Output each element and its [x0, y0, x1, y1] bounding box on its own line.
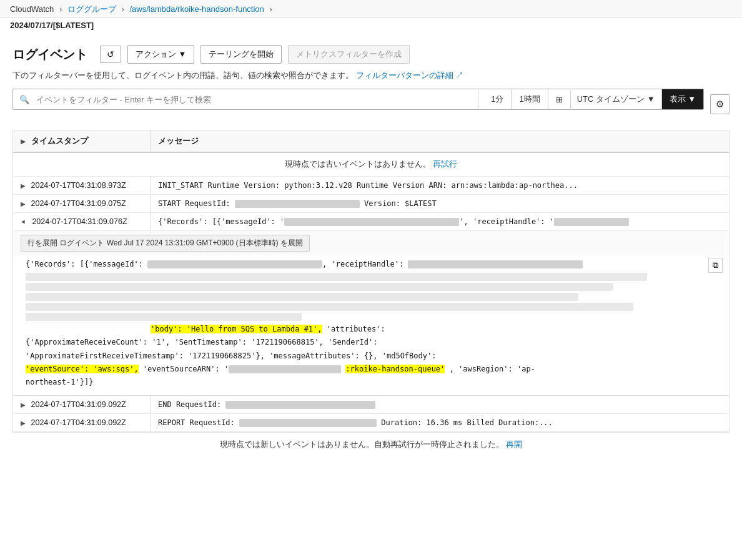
- metric-filter-button: メトリクスフィルターを作成: [288, 45, 410, 64]
- retry-link[interactable]: 再試行: [433, 160, 457, 169]
- expand-arrow-3[interactable]: ▼: [20, 219, 27, 225]
- settings-button[interactable]: ⚙: [710, 94, 730, 114]
- highlight-body-text: 'body': 'Hello from SQS to Lambda #1',: [151, 325, 322, 333]
- log-line-first-text: 'ApproximateFirstReceiveTimestamp': '172…: [26, 351, 436, 360]
- gray-line-3: [26, 293, 578, 301]
- log-line-region2-text: northeast-1'}]}: [26, 378, 93, 386]
- timestamp-cell: ▶ 2024-07-17T04:31:09.092Z: [13, 396, 151, 414]
- table-row: ▼ 2024-07-17T04:31:09.076Z {'Records': […: [13, 213, 730, 231]
- expand-banner-text: 行を展開 ログイベント Wed Jul 17 2024 13:31:09 GMT…: [21, 235, 310, 252]
- actions-button[interactable]: アクション ▼: [127, 45, 194, 64]
- tailing-button[interactable]: テーリングを開始: [200, 45, 282, 64]
- log-line-source-arn: 'eventSourceARN': ': [143, 365, 341, 373]
- timestamp-value: 2024-07-17T04:31:08.973Z: [31, 181, 126, 190]
- highlight-queue-text: :rkoike-handson-queue': [345, 365, 445, 373]
- message-text: INIT_START Runtime Version: python:3.12.…: [158, 181, 578, 190]
- message-cell: END RequestId:: [151, 396, 730, 414]
- message-text: REPORT RequestId: Duration: 16.36 ms Bil…: [158, 418, 553, 427]
- timestamp-cell: ▶ 2024-07-17T04:31:09.075Z: [13, 195, 151, 213]
- display-button[interactable]: 表示 ▼: [662, 89, 703, 109]
- filter-bar: 🔍 1分 1時間 ⊞ UTC タイムゾーン ▼ 表示 ▼: [12, 89, 704, 110]
- message-cell: REPORT RequestId: Duration: 16.36 ms Bil…: [151, 414, 730, 432]
- message-cell: INIT_START Runtime Version: python:3.12.…: [151, 177, 730, 195]
- redacted-1: [147, 260, 322, 268]
- message-cell: {'Records': [{'messageId': '', 'receiptH…: [151, 213, 730, 231]
- log-line: {'Records': [{'messageId': , 'receiptHan…: [26, 258, 716, 271]
- timestamp-cell: ▶ 2024-07-17T04:31:09.092Z: [13, 414, 151, 432]
- gray-line-2: [26, 283, 613, 291]
- time-1hour[interactable]: 1時間: [512, 89, 548, 109]
- timestamp-value: 2024-07-17T04:31:09.092Z: [31, 418, 126, 427]
- no-events-top-row: 現時点では古いイベントはありません。 再試行: [13, 152, 730, 177]
- calendar-icon[interactable]: ⊞: [548, 91, 571, 109]
- timestamp-cell: ▼ 2024-07-17T04:31:09.076Z: [13, 213, 151, 231]
- col-header-message: メッセージ: [151, 130, 730, 153]
- time-1min[interactable]: 1分: [483, 89, 512, 109]
- no-events-top-text: 現時点では古いイベントはありません。: [285, 160, 431, 169]
- expanded-log-cell: 行を展開 ログイベント Wed Jul 17 2024 13:31:09 GMT…: [13, 231, 730, 396]
- filter-search-area: 🔍: [13, 91, 478, 109]
- log-line-attr: 'attributes':: [327, 325, 385, 333]
- no-events-bottom: 現時点では新しいイベントはありません。自動再試行が一時停止されました。 再開: [12, 432, 730, 456]
- header-row: ログイベント ↺ アクション ▼ テーリングを開始 メトリクスフィルターを作成: [12, 45, 730, 64]
- col-header-timestamp: ▶ タイムスタンプ: [13, 130, 151, 153]
- timestamp-value: 2024-07-17T04:31:09.092Z: [31, 400, 126, 409]
- filter-input[interactable]: [33, 91, 472, 109]
- no-events-top-cell: 現時点では古いイベントはありません。 再試行: [13, 152, 730, 177]
- expand-content: ⧉ {'Records': [{'messageId': , 'receiptH…: [13, 255, 729, 395]
- breadcrumb: CloudWatch › ロググループ › /aws/lambda/rkoike…: [0, 0, 742, 18]
- description-text: 下のフィルターバーを使用して、ログイベント内の用語、語句、値の検索や照合ができま…: [12, 71, 354, 80]
- breadcrumb-sep2: ›: [122, 4, 127, 14]
- log-line-text2: , 'receiptHandle':: [322, 260, 408, 268]
- log-line-source: 'eventSource': 'aws:sqs', 'eventSourceAR…: [26, 363, 716, 376]
- breadcrumb-sep3: ›: [269, 4, 272, 14]
- breadcrumb-loggroups-link[interactable]: ロググループ: [67, 4, 116, 14]
- message-text: START RequestId: Version: $LATEST: [158, 199, 437, 208]
- breadcrumb-loggroup-path-link[interactable]: /aws/lambda/rkoike-handson-function: [129, 4, 264, 14]
- log-line-approx: {'ApproximateReceiveCount': '1', 'SentTi…: [26, 336, 716, 349]
- log-line-text: {'Records': [{'messageId':: [26, 260, 147, 268]
- log-line-region: , 'awsRegion': 'ap-: [450, 365, 535, 373]
- timestamp-cell: ▶ 2024-07-17T04:31:08.973Z: [13, 177, 151, 195]
- gray-line-4: [26, 303, 633, 311]
- timezone-dropdown[interactable]: UTC タイムゾーン ▼: [571, 89, 662, 109]
- gray-line-5: [26, 313, 302, 321]
- redacted-2: [408, 260, 583, 268]
- expand-arrow-2[interactable]: ▶: [21, 200, 26, 207]
- search-icon: 🔍: [19, 95, 29, 104]
- log-line-highlight1: 'body': 'Hello from SQS to Lambda #1', '…: [26, 323, 716, 336]
- log-line-approx-text: {'ApproximateReceiveCount': '1', 'SentTi…: [26, 338, 378, 346]
- log-table: ▶ タイムスタンプ メッセージ 現時点では古いイベントはありません。 再試行 ▶…: [12, 130, 730, 432]
- refresh-button[interactable]: ↺: [100, 46, 121, 63]
- filter-pattern-link[interactable]: フィルターパターンの詳細 ↗: [356, 71, 464, 80]
- log-stream-label: 2024/07/17/[$LATEST]: [0, 18, 742, 35]
- message-text: {'Records': [{'messageId': '', 'receiptH…: [158, 217, 629, 226]
- page-title: ログイベント: [12, 46, 87, 63]
- message-text: END RequestId:: [158, 400, 375, 409]
- table-row: ▶ 2024-07-17T04:31:09.092Z REPORT Reques…: [13, 414, 730, 432]
- expand-arrow-5[interactable]: ▶: [21, 420, 26, 426]
- gray-line-1: [26, 273, 647, 281]
- expand-arrow-1[interactable]: ▶: [21, 182, 26, 189]
- expand-banner: 行を展開 ログイベント Wed Jul 17 2024 13:31:09 GMT…: [13, 231, 729, 255]
- expanded-log-row: 行を展開 ログイベント Wed Jul 17 2024 13:31:09 GMT…: [13, 231, 730, 396]
- no-events-bottom-text: 現時点では新しいイベントはありません。自動再試行が一時停止されました。: [220, 440, 504, 449]
- log-line-region2: northeast-1'}]}: [26, 376, 716, 389]
- expand-all-arrow[interactable]: ▶: [21, 138, 26, 145]
- breadcrumb-cloudwatch: CloudWatch: [10, 4, 54, 14]
- message-cell: START RequestId: Version: $LATEST: [151, 195, 730, 213]
- table-row: ▶ 2024-07-17T04:31:09.092Z END RequestId…: [13, 396, 730, 414]
- breadcrumb-sep1: ›: [59, 4, 64, 14]
- highlight-source-text: 'eventSource': 'aws:sqs',: [26, 365, 139, 373]
- description: 下のフィルターバーを使用して、ログイベント内の用語、語句、値の検索や照合ができま…: [12, 70, 730, 81]
- timestamp-value: 2024-07-17T04:31:09.075Z: [31, 199, 126, 208]
- copy-button[interactable]: ⧉: [708, 258, 723, 273]
- resume-link[interactable]: 再開: [506, 440, 522, 449]
- log-line-first: 'ApproximateFirstReceiveTimestamp': '172…: [26, 350, 716, 363]
- table-row: ▶ 2024-07-17T04:31:09.075Z START Request…: [13, 195, 730, 213]
- filter-controls: 1分 1時間 ⊞ UTC タイムゾーン ▼ 表示 ▼: [483, 89, 703, 109]
- table-row: ▶ 2024-07-17T04:31:08.973Z INIT_START Ru…: [13, 177, 730, 195]
- expand-arrow-4[interactable]: ▶: [21, 401, 26, 408]
- timestamp-value: 2024-07-17T04:31:09.076Z: [32, 217, 127, 226]
